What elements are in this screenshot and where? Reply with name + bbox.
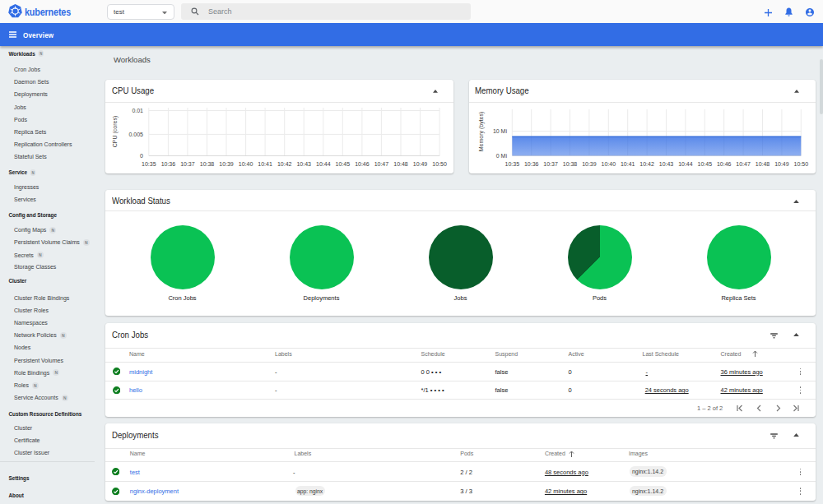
svg-text:10:49: 10:49 <box>413 161 428 167</box>
svg-text:10:36: 10:36 <box>161 161 176 167</box>
svg-text:10:38: 10:38 <box>200 161 215 167</box>
svg-text:10:48: 10:48 <box>393 161 408 167</box>
svg-text:10:39: 10:39 <box>219 161 234 167</box>
svg-text:10:43: 10:43 <box>658 161 673 167</box>
svg-text:CPU (cores): CPU (cores) <box>112 116 119 148</box>
svg-text:10:40: 10:40 <box>601 161 616 167</box>
svg-text:10:47: 10:47 <box>374 161 389 167</box>
svg-text:Memory (bytes): Memory (bytes) <box>477 112 484 152</box>
svg-text:0.005: 0.005 <box>128 132 143 137</box>
svg-text:10:46: 10:46 <box>355 161 370 167</box>
svg-text:0.01: 0.01 <box>132 108 143 113</box>
svg-text:10:40: 10:40 <box>239 161 253 167</box>
svg-text:10:44: 10:44 <box>316 161 331 167</box>
svg-text:10:42: 10:42 <box>277 161 292 167</box>
svg-text:10:37: 10:37 <box>180 161 195 167</box>
svg-text:10 Mi: 10 Mi <box>492 128 507 134</box>
svg-text:10:41: 10:41 <box>620 161 635 167</box>
svg-text:10:37: 10:37 <box>543 161 558 167</box>
svg-text:10:48: 10:48 <box>755 161 770 167</box>
svg-text:10:45: 10:45 <box>336 161 351 167</box>
svg-text:10:44: 10:44 <box>678 161 693 167</box>
svg-text:10:45: 10:45 <box>697 161 712 167</box>
svg-text:10:50: 10:50 <box>793 161 808 167</box>
svg-text:10:39: 10:39 <box>582 161 597 167</box>
svg-text:10:35: 10:35 <box>142 161 156 167</box>
svg-text:10:41: 10:41 <box>258 161 272 167</box>
svg-text:10:38: 10:38 <box>562 161 577 167</box>
svg-text:10:49: 10:49 <box>774 161 789 167</box>
svg-text:10:43: 10:43 <box>296 161 311 167</box>
svg-text:0 Mi: 0 Mi <box>495 153 507 159</box>
svg-text:0: 0 <box>140 153 143 159</box>
svg-text:10:36: 10:36 <box>523 161 538 167</box>
svg-text:10:47: 10:47 <box>736 161 751 167</box>
svg-text:10:50: 10:50 <box>432 161 447 167</box>
svg-text:10:42: 10:42 <box>639 161 654 167</box>
svg-text:10:35: 10:35 <box>504 161 519 167</box>
svg-text:10:46: 10:46 <box>716 161 731 167</box>
